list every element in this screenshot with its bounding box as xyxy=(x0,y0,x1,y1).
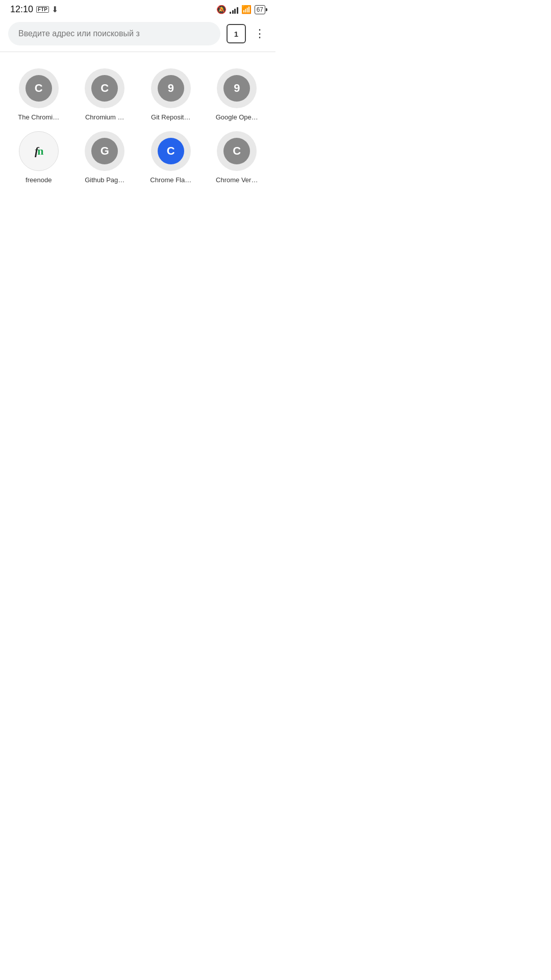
status-bar-right: 🔕 📶 67 xyxy=(216,5,265,14)
bookmark-icon-letter: C xyxy=(158,138,184,164)
bookmark-icon-letter: 9 xyxy=(223,75,250,102)
bookmark-label: freenode xyxy=(26,176,52,184)
more-menu-button[interactable]: ⋮ xyxy=(252,25,267,42)
notification-mute-icon: 🔕 xyxy=(216,5,227,14)
bookmark-label: Chrome Ver… xyxy=(216,176,258,184)
bookmark-item[interactable]: 9Google Ope… xyxy=(207,68,268,121)
bookmark-icon-letter: 9 xyxy=(158,75,184,102)
sim-icon: FTP xyxy=(36,6,49,13)
download-icon: ⬇ xyxy=(52,5,58,14)
bookmark-item[interactable]: GGithub Pag… xyxy=(74,131,136,184)
bookmark-icon-wrap: C xyxy=(85,68,124,108)
freenode-logo-icon: fn xyxy=(35,144,43,158)
toolbar: 1 ⋮ xyxy=(0,18,276,52)
bookmark-item[interactable]: fnfreenode xyxy=(8,131,69,184)
bookmark-item[interactable]: CChrome Ver… xyxy=(207,131,268,184)
bookmark-item[interactable]: CChromium … xyxy=(74,68,136,121)
bookmark-icon-wrap: C xyxy=(19,68,59,108)
status-time: 12:10 xyxy=(10,4,33,15)
battery-icon: 67 xyxy=(255,5,265,14)
bookmark-icon-wrap: C xyxy=(151,131,191,171)
bookmark-item[interactable]: CChrome Fla… xyxy=(140,131,202,184)
status-icons: FTP ⬇ xyxy=(36,5,58,14)
bookmarks-grid: CThe Chromi…CChromium …9Git Reposit…9Goo… xyxy=(0,52,276,194)
bookmark-item[interactable]: 9Git Reposit… xyxy=(140,68,202,121)
bookmark-icon-wrap: C xyxy=(217,131,257,171)
bookmark-item[interactable]: CThe Chromi… xyxy=(8,68,69,121)
tab-count-button[interactable]: 1 xyxy=(227,24,246,43)
bookmark-icon-letter: C xyxy=(223,138,250,164)
status-bar: 12:10 FTP ⬇ 🔕 📶 67 xyxy=(0,0,276,18)
bookmark-label: Chromium … xyxy=(85,113,124,121)
bookmark-label: The Chromi… xyxy=(18,113,59,121)
bookmark-icon-letter: G xyxy=(91,138,118,164)
wifi-icon: 📶 xyxy=(241,5,252,14)
bookmark-icon-letter: C xyxy=(26,75,52,102)
address-bar-input[interactable] xyxy=(8,22,220,45)
bookmark-icon-wrap: 9 xyxy=(151,68,191,108)
signal-bars-icon xyxy=(230,6,238,14)
bookmark-label: Github Pag… xyxy=(85,176,124,184)
bookmark-icon-wrap: G xyxy=(85,131,124,171)
bookmark-label: Google Ope… xyxy=(216,113,258,121)
bookmark-icon-wrap: fn xyxy=(19,131,59,171)
status-bar-left: 12:10 FTP ⬇ xyxy=(10,4,58,15)
bookmark-label: Chrome Fla… xyxy=(150,176,191,184)
bookmark-icon-letter: C xyxy=(91,75,118,102)
bookmark-icon-wrap: 9 xyxy=(217,68,257,108)
bookmark-label: Git Reposit… xyxy=(151,113,190,121)
